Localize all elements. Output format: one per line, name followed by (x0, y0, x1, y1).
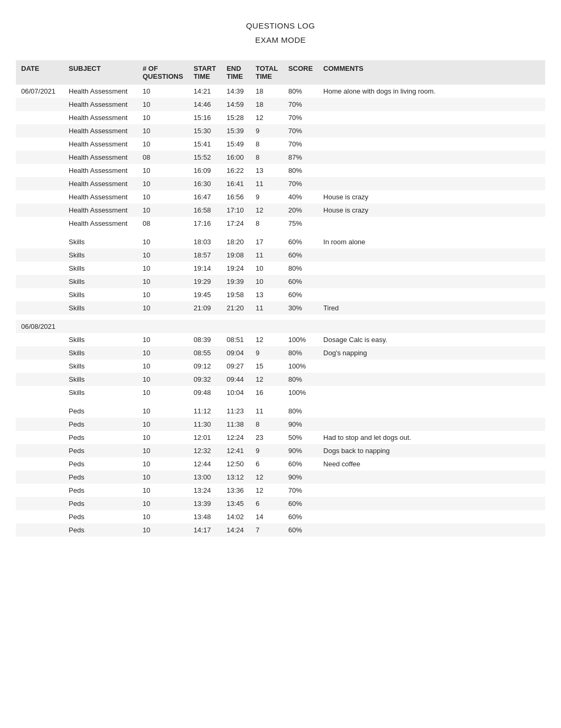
cell-subject: Peds (63, 404, 137, 418)
cell-start: 15:16 (189, 111, 221, 124)
cell-date (16, 288, 63, 301)
cell-start: 14:21 (189, 85, 221, 98)
cell-total: 17 (250, 235, 283, 248)
cell-date (16, 404, 63, 418)
table-row: Skills1021:0921:201130%Tired (16, 301, 545, 315)
cell-subject: Peds (63, 444, 137, 457)
cell-comments (318, 484, 545, 497)
cell-questions: 10 (137, 190, 189, 204)
cell-comments (318, 275, 545, 288)
cell-total: 10 (250, 275, 283, 288)
cell-end: 16:22 (221, 164, 250, 177)
cell-score: 60% (283, 510, 318, 523)
cell-date (16, 111, 63, 124)
cell-end: 09:44 (221, 373, 250, 386)
cell-score: 70% (283, 484, 318, 497)
header-end: END TIME (221, 60, 250, 85)
cell-end: 14:59 (221, 98, 250, 111)
cell-subject: Skills (63, 235, 137, 248)
cell-comments (318, 137, 545, 151)
cell-comments (318, 510, 545, 523)
cell-date (16, 124, 63, 137)
cell-questions: 08 (137, 217, 189, 230)
table-row: Peds1013:2413:361270% (16, 484, 545, 497)
cell-date (16, 262, 63, 275)
cell-score: 60% (283, 523, 318, 537)
table-row: Peds1013:4814:021460% (16, 510, 545, 523)
cell-end: 15:39 (221, 124, 250, 137)
cell-total: 11 (250, 248, 283, 262)
cell-subject: Health Assessment (63, 98, 137, 111)
cell-total: 11 (250, 404, 283, 418)
cell-questions: 10 (137, 497, 189, 510)
cell-questions: 10 (137, 386, 189, 399)
cell-subject: Peds (63, 418, 137, 431)
cell-end: 09:04 (221, 346, 250, 360)
cell-end: 19:39 (221, 275, 250, 288)
cell-comments (318, 418, 545, 431)
page-subtitle: EXAM MODE (16, 35, 545, 44)
table-row: 06/07/2021Health Assessment1014:2114:391… (16, 85, 545, 98)
page-title: QUESTIONS LOG (16, 21, 545, 30)
cell-comments (318, 288, 545, 301)
cell-questions: 10 (137, 177, 189, 190)
cell-start: 19:45 (189, 288, 221, 301)
cell-end: 15:49 (221, 137, 250, 151)
cell-subject: Skills (63, 262, 137, 275)
cell-start: 15:30 (189, 124, 221, 137)
table-row: Health Assessment1016:0916:221380% (16, 164, 545, 177)
cell-total: 7 (250, 523, 283, 537)
cell-comments (318, 471, 545, 484)
cell-comments (318, 111, 545, 124)
table-row: Skills1019:4519:581360% (16, 288, 545, 301)
cell-subject: Health Assessment (63, 177, 137, 190)
cell-end: 11:38 (221, 418, 250, 431)
table-row: Skills1009:4810:0416100% (16, 386, 545, 399)
cell-date (16, 98, 63, 111)
cell-start: 15:41 (189, 137, 221, 151)
cell-comments: Dosage Calc is easy. (318, 333, 545, 346)
cell-date (16, 151, 63, 164)
cell-total: 12 (250, 333, 283, 346)
cell-subject (63, 320, 137, 333)
table-row: Health Assessment1016:4716:56940%House i… (16, 190, 545, 204)
header-subject: SUBJECT (63, 60, 137, 85)
cell-date: 06/07/2021 (16, 85, 63, 98)
cell-total: 12 (250, 373, 283, 386)
cell-date (16, 137, 63, 151)
header-start: START TIME (189, 60, 221, 85)
cell-date (16, 301, 63, 315)
table-row: Peds1013:3913:45660% (16, 497, 545, 510)
cell-subject: Health Assessment (63, 204, 137, 217)
spacer-row (16, 399, 545, 404)
cell-start: 14:17 (189, 523, 221, 537)
cell-total: 12 (250, 111, 283, 124)
cell-end: 13:45 (221, 497, 250, 510)
cell-comments: Need coffee (318, 457, 545, 471)
cell-questions: 10 (137, 248, 189, 262)
cell-score: 100% (283, 360, 318, 373)
cell-comments (318, 386, 545, 399)
cell-end: 08:51 (221, 333, 250, 346)
table-row: Skills1009:3209:441280% (16, 373, 545, 386)
cell-end: 12:41 (221, 444, 250, 457)
cell-comments (318, 98, 545, 111)
cell-subject: Peds (63, 510, 137, 523)
cell-start: 11:12 (189, 404, 221, 418)
cell-questions: 10 (137, 471, 189, 484)
table-row: Skills1008:5509:04980%Dog's napping (16, 346, 545, 360)
cell-total: 18 (250, 85, 283, 98)
cell-date: 06/08/2021 (16, 320, 63, 333)
cell-date (16, 275, 63, 288)
cell-end: 19:24 (221, 262, 250, 275)
cell-comments (318, 151, 545, 164)
cell-end: 12:24 (221, 431, 250, 444)
cell-total: 8 (250, 418, 283, 431)
cell-score: 100% (283, 386, 318, 399)
cell-score: 100% (283, 333, 318, 346)
cell-subject: Health Assessment (63, 124, 137, 137)
cell-start: 08:55 (189, 346, 221, 360)
cell-start: 13:39 (189, 497, 221, 510)
cell-date (16, 431, 63, 444)
cell-questions (137, 320, 189, 333)
